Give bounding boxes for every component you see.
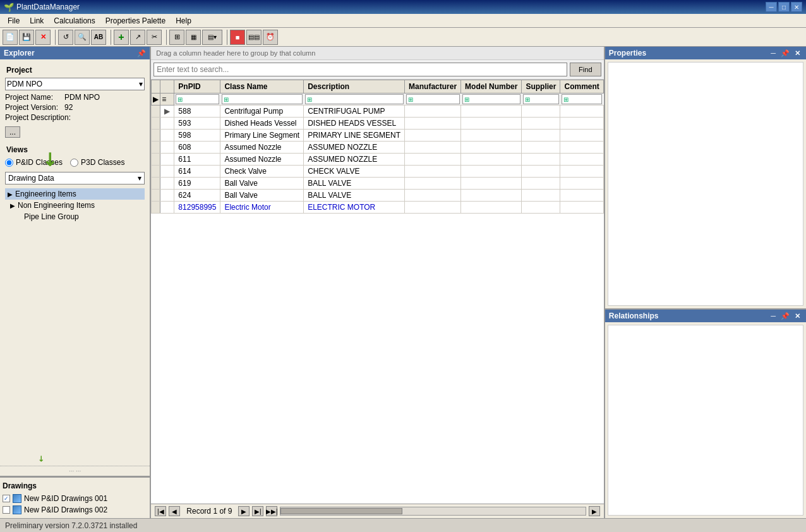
toolbar-new-button[interactable]: 📄 [3,30,18,45]
project-ellipsis-button[interactable]: ... [5,126,20,138]
row-expand-8[interactable] [160,202,174,214]
toolbar-grid2-button[interactable]: ▦ [186,30,201,45]
table-row[interactable]: 614 Check Valve CHECK VALVE [152,166,603,178]
page-fast-forward-button[interactable]: ▶| [252,506,263,516]
cell-modelnumber-0 [461,106,522,118]
row-expand-6[interactable] [160,178,174,190]
maximize-button[interactable]: □ [778,2,790,12]
minimize-button[interactable]: ─ [766,2,777,12]
explorer-panel: Explorer 📌 Project PDM NPO ▾ Project Nam… [0,47,151,518]
filter-manufacturer[interactable]: ⊞ [405,94,461,106]
project-description-field: Project Description: [5,112,145,123]
toolbar-dropdown-button[interactable]: ▤▾ [202,30,222,45]
project-dropdown[interactable]: PDM NPO ▾ [5,78,145,90]
scroll-right-button[interactable]: ▶ [589,506,600,516]
table-row[interactable]: 608 Assumed Nozzle ASSUMED NOZZLE [152,142,603,154]
menu-file[interactable]: File [3,15,25,27]
filter-classname[interactable]: ⊞ [220,94,304,106]
menu-link[interactable]: Link [25,15,49,27]
table-row[interactable]: 619 Ball Valve BALL VALVE [152,178,603,190]
menu-properties-palette[interactable]: Properties Palette [100,15,171,27]
table-row[interactable]: 611 Assumed Nozzle ASSUMED NOZZLE [152,154,603,166]
tree-item-non-engineering[interactable]: ▶ Non Engineering Items [8,200,145,211]
drawing-item-001[interactable]: ✓ New P&ID Drawings 001 [3,493,147,504]
table-row[interactable]: 624 Ball Valve BALL VALVE [152,190,603,202]
tree-item-engineering[interactable]: ▶ Engineering Items [5,188,145,200]
toolbar-delete-button[interactable]: ✕ [35,30,51,45]
tree-label-pipe: Pipe Line Group [24,212,79,221]
cell-pnpid-8: 812958995 [174,202,220,214]
row-selector-2 [152,130,160,142]
properties-min-button[interactable]: ─ [769,49,778,57]
project-name-value: PDM NPO [64,93,100,102]
toolbar-red-button[interactable]: ■ [230,30,245,45]
toolbar-cursor-button[interactable]: ↗ [130,30,145,45]
horizontal-scrollbar[interactable] [280,507,586,516]
col-classname-header[interactable]: Class Name [220,80,304,94]
row-expand-5[interactable] [160,166,174,178]
row-expand-1[interactable] [160,118,174,130]
relationships-close-button[interactable]: ✕ [793,312,802,320]
properties-pin-button[interactable]: 📌 [779,49,791,57]
cell-modelnumber-1 [461,118,522,130]
toolbar-cut-button[interactable]: ✂ [147,30,162,45]
page-first-button[interactable]: |◀ [155,506,166,516]
page-last-button[interactable]: ▶▶| [266,506,277,516]
col-modelnumber-header[interactable]: Model Number [461,80,522,94]
toolbar-clock-button[interactable]: ⏰ [263,30,278,45]
col-description-header[interactable]: Description [304,80,405,94]
table-row[interactable]: 812958995 Electric Motor ELECTRIC MOTOR [152,202,603,214]
relationships-pin-button[interactable]: 📌 [779,312,791,320]
toolbar-bars-button[interactable]: ▤▤ [246,30,262,45]
row-expand-2[interactable] [160,130,174,142]
toolbar-search-button[interactable]: 🔍 [75,30,90,45]
col-supplier-header[interactable]: Supplier [522,80,560,94]
drawing-data-dropdown[interactable]: Drawing Data ▾ [5,172,145,184]
menu-calculations[interactable]: Calculations [49,15,100,27]
cell-pnpid-5: 614 [174,166,220,178]
filter-pnpid[interactable]: ⊞ [174,94,220,106]
cell-comment-2 [560,130,603,142]
properties-close-button[interactable]: ✕ [793,49,802,57]
cell-pnpid-3: 608 [174,142,220,154]
page-prev-button[interactable]: ◀ [169,506,180,516]
p3d-radio-label[interactable]: P3D Classes [70,158,124,167]
toolbar-save-button[interactable]: 💾 [19,30,34,45]
drawing-checkbox-002[interactable] [3,506,10,514]
drawing-checkbox-001[interactable]: ✓ [3,495,10,502]
close-button[interactable]: ✕ [791,2,802,12]
table-row[interactable]: 593 Dished Heads Vessel DISHED HEADS VES… [152,118,603,130]
col-comment-header[interactable]: Comment [560,80,603,94]
find-button[interactable]: Find [570,63,601,76]
filter-description[interactable]: ⊞ [304,94,405,106]
filter-supplier[interactable]: ⊞ [522,94,560,106]
toolbar-separator-3 [164,30,167,45]
relationships-min-button[interactable]: ─ [769,312,778,320]
row-expand-0[interactable]: ▶ [160,106,174,118]
cell-comment-6 [560,178,603,190]
filter-modelnumber[interactable]: ⊞ [461,94,522,106]
pid-radio-input[interactable] [5,159,13,167]
search-input[interactable] [153,63,567,76]
toolbar-add-button[interactable]: + [114,30,129,45]
p3d-radio-input[interactable] [70,159,78,167]
tree-item-pipe-line-group[interactable]: ▶ Pipe Line Group [14,211,145,222]
page-next-button[interactable]: ▶ [238,506,250,516]
table-row[interactable]: ▶ 588 Centrifugal Pump CENTRIFUGAL PUMP [152,106,603,118]
col-manufacturer-header[interactable]: Manufacturer [405,80,461,94]
row-selector-0 [152,106,160,118]
toolbar-refresh-button[interactable]: ↺ [58,30,73,45]
drawing-item-002[interactable]: New P&ID Drawings 002 [3,504,147,516]
row-expand-7[interactable] [160,190,174,202]
table-row[interactable]: 598 Primary Line Segment PRIMARY LINE SE… [152,130,603,142]
col-pnpid-header[interactable]: PnPID [174,80,220,94]
filter-comment[interactable]: ⊞ [560,94,603,106]
menu-help[interactable]: Help [171,15,196,27]
toolbar-ab-button[interactable]: AB [91,30,106,45]
row-expand-3[interactable] [160,142,174,154]
cell-manufacturer-7 [405,190,461,202]
splitter-handle[interactable]: ··· ··· [0,466,150,476]
toolbar-grid1-button[interactable]: ⊞ [169,30,184,45]
row-expand-4[interactable] [160,154,174,166]
cell-comment-7 [560,190,603,202]
